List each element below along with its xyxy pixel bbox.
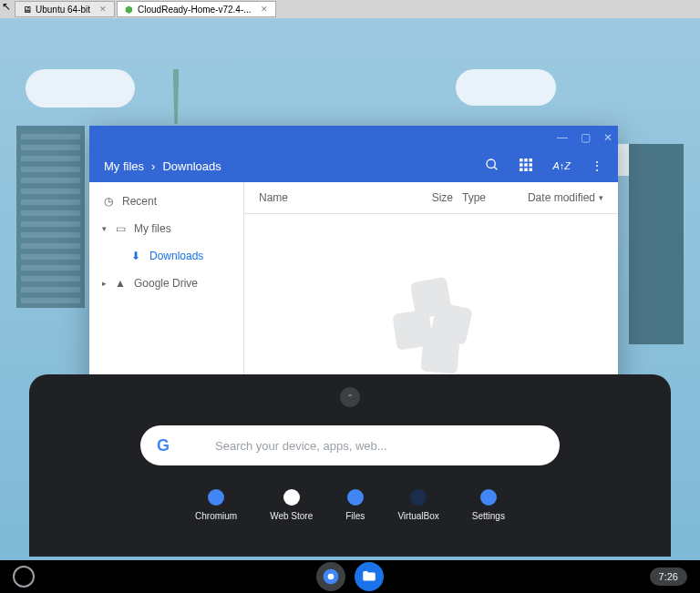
chevron-down-icon[interactable]: ▾ bbox=[102, 224, 107, 233]
search-icon[interactable] bbox=[485, 158, 499, 175]
vm-icon: 🖥 bbox=[23, 5, 32, 14]
launcher-expand-button[interactable]: ⌃ bbox=[340, 387, 360, 407]
app-label: VirtualBox bbox=[397, 511, 438, 521]
svg-rect-3 bbox=[525, 158, 529, 162]
svg-rect-10 bbox=[530, 168, 533, 171]
svg-rect-4 bbox=[530, 158, 533, 162]
app-chromium[interactable]: Chromium bbox=[195, 489, 237, 521]
svg-rect-9 bbox=[525, 168, 529, 171]
laptop-icon: ▭ bbox=[114, 222, 127, 235]
breadcrumb-root[interactable]: My files bbox=[104, 159, 144, 173]
sidebar-item-label: Downloads bbox=[149, 250, 203, 262]
app-label: Files bbox=[345, 511, 365, 521]
vm-tab-label: CloudReady-Home-v72.4-... bbox=[138, 5, 252, 15]
shelf: 7:26 bbox=[0, 560, 700, 593]
chevron-right-icon[interactable]: ▸ bbox=[102, 279, 107, 288]
gear-icon bbox=[480, 489, 497, 506]
breadcrumb-current: Downloads bbox=[162, 159, 221, 173]
sidebar-item-label: My files bbox=[134, 222, 171, 235]
minimize-icon[interactable]: — bbox=[557, 131, 568, 144]
search-input[interactable]: G Search your device, apps, web... bbox=[140, 425, 560, 465]
launcher-button[interactable] bbox=[13, 566, 35, 588]
desktop: — ▢ ✕ My files › Downloads A↑Z ⋮ bbox=[0, 18, 700, 593]
app-label: Web Store bbox=[270, 511, 313, 521]
close-icon[interactable]: ✕ bbox=[261, 5, 268, 14]
wallpaper-cloud bbox=[456, 69, 556, 106]
window-titlebar[interactable]: — ▢ ✕ bbox=[89, 126, 618, 149]
column-name[interactable]: Name bbox=[259, 191, 403, 204]
maximize-icon[interactable]: ▢ bbox=[581, 131, 591, 144]
svg-point-12 bbox=[328, 574, 335, 580]
shelf-chromium[interactable] bbox=[316, 562, 345, 591]
close-icon[interactable]: ✕ bbox=[603, 131, 612, 144]
svg-rect-2 bbox=[520, 158, 523, 162]
close-icon[interactable]: ✕ bbox=[99, 5, 107, 14]
svg-rect-8 bbox=[520, 168, 523, 171]
sidebar-item-myfiles[interactable]: ▾ ▭ My files bbox=[89, 215, 243, 242]
app-files[interactable]: Files bbox=[345, 489, 365, 521]
google-logo-icon: G bbox=[157, 436, 170, 455]
vm-tab-bar: 🖥 Ubuntu 64-bit ✕ ⬢ CloudReady-Home-v72.… bbox=[0, 0, 700, 18]
more-icon[interactable]: ⋮ bbox=[591, 158, 603, 173]
vm-tab-ubuntu[interactable]: 🖥 Ubuntu 64-bit ✕ bbox=[15, 1, 115, 17]
vm-tab-label: Ubuntu 64-bit bbox=[36, 5, 90, 15]
launcher-panel: ⌃ G Search your device, apps, web... Chr… bbox=[29, 374, 671, 557]
download-icon: ⬇ bbox=[129, 250, 142, 262]
app-label: Settings bbox=[472, 511, 505, 521]
chevron-down-icon: ▾ bbox=[599, 193, 603, 202]
video-icon bbox=[420, 334, 459, 373]
column-type[interactable]: Type bbox=[453, 191, 503, 204]
app-settings[interactable]: Settings bbox=[472, 489, 505, 521]
svg-line-1 bbox=[494, 167, 497, 169]
sidebar-item-recent[interactable]: ◷ Recent bbox=[89, 188, 243, 215]
chevron-right-icon: › bbox=[151, 159, 155, 173]
app-webstore[interactable]: Web Store bbox=[270, 489, 313, 521]
column-date[interactable]: Date modified▾ bbox=[503, 191, 603, 204]
status-tray[interactable]: 7:26 bbox=[650, 567, 687, 586]
virtualbox-icon bbox=[410, 489, 427, 506]
svg-point-0 bbox=[487, 159, 495, 168]
breadcrumb[interactable]: My files › Downloads bbox=[104, 159, 221, 173]
drive-icon: ▲ bbox=[114, 277, 127, 290]
cursor-icon: ↖ bbox=[2, 0, 11, 13]
app-row: Chromium Web Store Files VirtualBox Sett… bbox=[195, 489, 505, 521]
folder-icon bbox=[361, 568, 377, 585]
app-virtualbox[interactable]: VirtualBox bbox=[397, 489, 438, 521]
wallpaper-building bbox=[629, 144, 684, 344]
sidebar-item-label: Google Drive bbox=[134, 277, 198, 290]
shelf-files[interactable] bbox=[355, 562, 384, 591]
sidebar-item-downloads[interactable]: ⬇ Downloads bbox=[89, 242, 243, 270]
column-size[interactable]: Size bbox=[403, 191, 453, 204]
chromium-icon bbox=[208, 489, 224, 506]
wallpaper-cloud bbox=[26, 69, 135, 107]
sidebar-item-gdrive[interactable]: ▸ ▲ Google Drive bbox=[89, 270, 243, 297]
chromium-icon bbox=[322, 567, 340, 586]
chevron-up-icon: ⌃ bbox=[346, 393, 354, 403]
toolbar: My files › Downloads A↑Z ⋮ bbox=[89, 149, 618, 182]
svg-rect-5 bbox=[520, 163, 523, 167]
app-label: Chromium bbox=[195, 511, 237, 521]
wallpaper-building bbox=[16, 126, 85, 308]
column-header-row: Name Size Type Date modified▾ bbox=[244, 182, 618, 214]
vm-tab-cloudready[interactable]: ⬢ CloudReady-Home-v72.4-... ✕ bbox=[117, 1, 276, 17]
wallpaper-liberty bbox=[162, 69, 190, 124]
webstore-icon bbox=[283, 489, 300, 506]
svg-rect-7 bbox=[530, 163, 533, 167]
grid-view-icon[interactable] bbox=[520, 158, 532, 174]
files-icon bbox=[347, 489, 364, 506]
vm-icon: ⬢ bbox=[125, 5, 134, 14]
search-placeholder: Search your device, apps, web... bbox=[215, 439, 387, 453]
sort-icon[interactable]: A↑Z bbox=[552, 160, 571, 171]
svg-rect-6 bbox=[525, 163, 529, 167]
sidebar-item-label: Recent bbox=[122, 195, 157, 208]
clock-icon: ◷ bbox=[102, 195, 115, 208]
clock-time: 7:26 bbox=[659, 571, 678, 582]
